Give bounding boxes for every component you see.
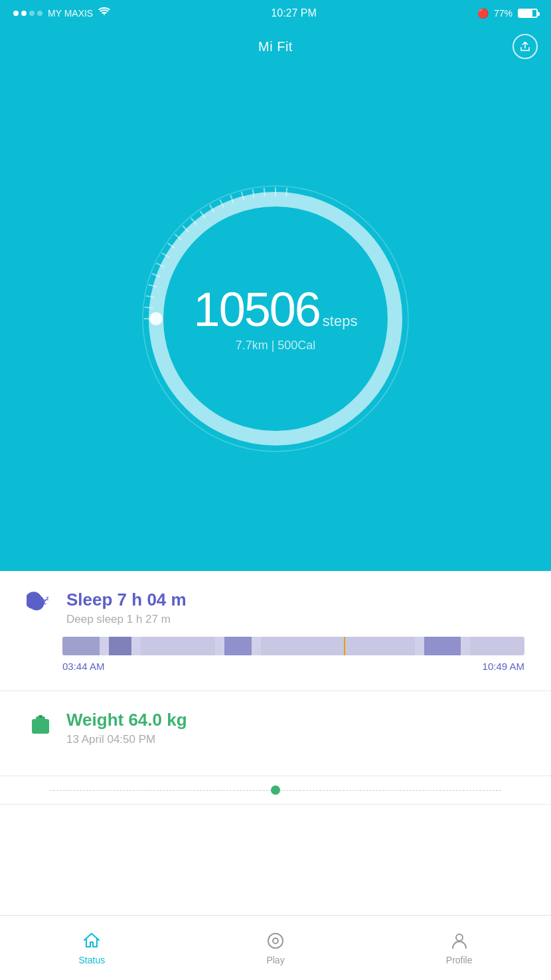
sleep-bar xyxy=(62,637,524,655)
sleep-start: 03:44 AM xyxy=(62,661,104,672)
share-icon xyxy=(519,41,531,52)
svg-point-31 xyxy=(456,934,463,941)
battery-fill xyxy=(519,10,532,17)
play-icon xyxy=(266,931,285,951)
pagination-track xyxy=(50,789,501,791)
pagination-active-dot xyxy=(271,785,280,795)
sleep-end: 10:49 AM xyxy=(483,661,524,672)
bluetooth-icon: 🔴 xyxy=(477,8,489,19)
svg-text:z: z xyxy=(46,595,49,602)
svg-line-4 xyxy=(145,307,153,308)
status-time: 10:27 PM xyxy=(271,7,316,19)
sleep-info: Sleep 7 h 04 m Deep sleep 1 h 27 m xyxy=(66,590,187,626)
battery-bar xyxy=(518,9,538,18)
sleep-seg-8 xyxy=(252,637,261,655)
svg-line-20 xyxy=(264,188,265,197)
home-icon xyxy=(82,931,102,951)
content-area: z z Sleep 7 h 04 m Deep sleep 1 h 27 m xyxy=(0,571,551,805)
signal-dots xyxy=(13,11,42,16)
steps-ring-container: 10506steps 7.7km | 500Cal xyxy=(129,173,422,465)
sleep-seg-7 xyxy=(224,637,252,655)
wifi-icon xyxy=(98,7,110,19)
dot-3 xyxy=(29,11,35,16)
bottom-nav: Status Play Profile xyxy=(0,915,551,980)
status-bar: MY MAXIS 10:27 PM 🔴 77% xyxy=(0,0,551,27)
nav-profile-label: Profile xyxy=(446,955,473,965)
steps-display: 10506steps xyxy=(194,286,358,333)
steps-detail: 7.7km | 500Cal xyxy=(194,339,358,353)
nav-play-label: Play xyxy=(266,955,284,965)
sleep-seg-1 xyxy=(62,637,100,655)
sleep-title: Sleep 7 h 04 m xyxy=(66,590,187,610)
battery-percent: 77% xyxy=(494,8,512,19)
nav-play[interactable]: Play xyxy=(184,916,368,980)
main-section: 10506steps 7.7km | 500Cal xyxy=(0,66,551,571)
weight-subtitle: 13 April 04:50 PM xyxy=(66,733,187,746)
status-left: MY MAXIS xyxy=(13,7,110,19)
weight-icon xyxy=(27,711,54,745)
sleep-seg-10 xyxy=(345,637,414,655)
pagination xyxy=(0,776,551,805)
dot-1 xyxy=(13,11,19,16)
sleep-icon: z z xyxy=(27,591,54,625)
carrier-name: MY MAXIS xyxy=(48,8,93,19)
sleep-header: z z Sleep 7 h 04 m Deep sleep 1 h 27 m xyxy=(27,590,524,626)
sleep-seg-9 xyxy=(261,637,344,655)
sleep-seg-13 xyxy=(461,637,470,655)
sleep-seg-5 xyxy=(141,637,214,655)
sleep-seg-4 xyxy=(131,637,141,655)
steps-unit: steps xyxy=(323,313,358,329)
sleep-seg-11 xyxy=(415,637,424,655)
sleep-bar-container: 03:44 AM 10:49 AM xyxy=(62,637,524,672)
sleep-marker xyxy=(344,637,345,655)
svg-point-30 xyxy=(273,938,278,943)
sleep-seg-12 xyxy=(424,637,461,655)
weight-card[interactable]: Weight 64.0 kg 13 April 04:50 PM xyxy=(0,691,551,776)
sleep-subtitle: Deep sleep 1 h 27 m xyxy=(66,613,187,626)
svg-rect-26 xyxy=(32,719,49,734)
app-title: Mi Fit xyxy=(258,39,293,54)
dot-4 xyxy=(37,11,42,16)
nav-status[interactable]: Status xyxy=(0,916,184,980)
sleep-seg-14 xyxy=(470,637,524,655)
nav-profile[interactable]: Profile xyxy=(367,916,551,980)
steps-count: 10506 xyxy=(194,283,320,336)
sleep-seg-2 xyxy=(100,637,109,655)
battery-indicator xyxy=(518,9,538,18)
sleep-seg-6 xyxy=(215,637,224,655)
app-header: Mi Fit xyxy=(0,27,551,66)
weight-header: Weight 64.0 kg 13 April 04:50 PM xyxy=(27,710,524,746)
share-button[interactable] xyxy=(512,34,538,59)
sleep-seg-3 xyxy=(109,637,132,655)
svg-rect-28 xyxy=(39,715,42,718)
profile-icon xyxy=(449,931,469,951)
weight-title: Weight 64.0 kg xyxy=(66,710,187,730)
status-right: 🔴 77% xyxy=(477,8,538,19)
nav-status-label: Status xyxy=(78,955,105,965)
sleep-times: 03:44 AM 10:49 AM xyxy=(62,661,524,672)
sleep-card[interactable]: z z Sleep 7 h 04 m Deep sleep 1 h 27 m xyxy=(0,571,551,691)
dot-2 xyxy=(21,11,27,16)
svg-point-29 xyxy=(268,934,283,948)
steps-center: 10506steps 7.7km | 500Cal xyxy=(194,286,358,353)
svg-line-22 xyxy=(286,188,287,197)
svg-point-23 xyxy=(149,312,163,325)
weight-info: Weight 64.0 kg 13 April 04:50 PM xyxy=(66,710,187,746)
